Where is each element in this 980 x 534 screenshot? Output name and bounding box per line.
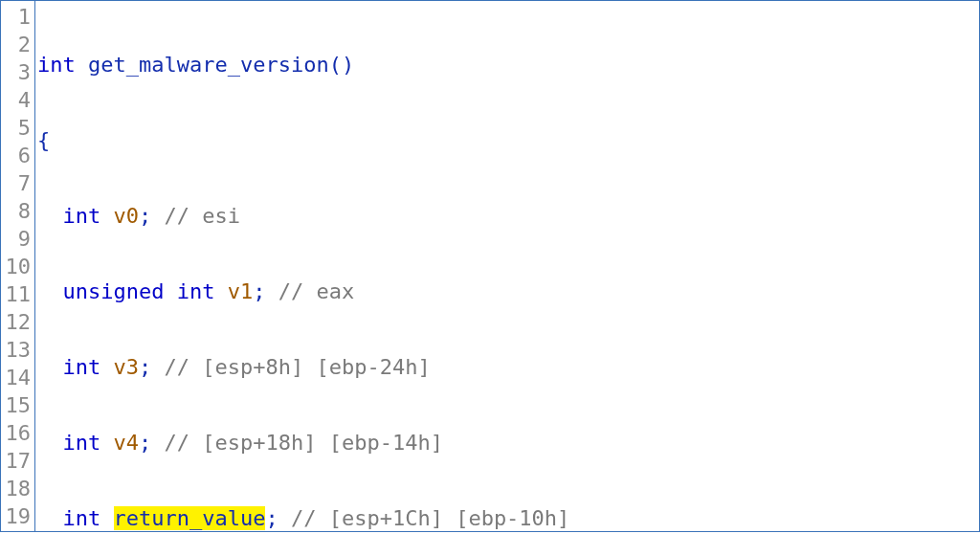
comment: // esi [165,204,240,228]
line-number: 15 [1,391,34,419]
var: v1 [228,279,254,303]
line-number: 12 [1,308,34,336]
line-number: 7 [1,169,34,197]
line-number: 16 [1,419,34,447]
line-number: 19 [1,502,34,530]
keyword: int [63,355,101,379]
keyword: unsigned [63,279,165,303]
gutter: 1 2 3 4 5 6 7 8 9 10 11 12 13 14 15 16 1… [1,1,35,531]
code-area[interactable]: int get_malware_version() { int v0; // e… [35,1,979,531]
var: v4 [114,431,140,455]
comment: // [esp+8h] [ebp-24h] [165,355,431,379]
line-number: 9 [1,225,34,253]
keyword: int [63,506,101,530]
parens: () [329,53,355,77]
line-number: 1 [1,3,34,31]
line-number: 11 [1,280,34,308]
line-number: 4 [1,86,34,114]
code-line[interactable]: int return_value; // [esp+1Ch] [ebp-10h] [35,504,979,531]
var: v0 [114,204,140,228]
line-number: 17 [1,447,34,475]
line-number: 8 [1,197,34,225]
code-line[interactable]: int v3; // [esp+8h] [ebp-24h] [35,353,979,381]
comment: // [esp+18h] [ebp-14h] [165,431,443,455]
func-name: get_malware_version [88,53,329,77]
comment: // [esp+1Ch] [ebp-10h] [291,506,569,530]
code-line[interactable]: int v0; // esi [35,202,979,230]
keyword: int [63,431,101,455]
highlight-return-value: return_value [114,506,266,530]
keyword: int [63,204,101,228]
keyword: int [177,279,215,303]
line-number: 14 [1,364,34,391]
line-number: 10 [1,253,34,280]
line-number: 6 [1,142,34,169]
comment: // eax [278,279,354,303]
var: v3 [114,355,140,379]
line-number: 5 [1,114,34,142]
code-line[interactable]: { [35,126,979,154]
code-line[interactable]: int v4; // [esp+18h] [ebp-14h] [35,429,979,456]
code-editor[interactable]: 1 2 3 4 5 6 7 8 9 10 11 12 13 14 15 16 1… [0,0,980,532]
code-line[interactable]: int get_malware_version() [35,51,979,78]
keyword: int [37,53,76,77]
code-line[interactable]: unsigned int v1; // eax [35,278,979,305]
line-number: 18 [1,475,34,502]
line-number: 3 [1,58,34,86]
line-number: 13 [1,336,34,364]
line-number: 2 [1,31,34,58]
brace: { [37,128,50,152]
